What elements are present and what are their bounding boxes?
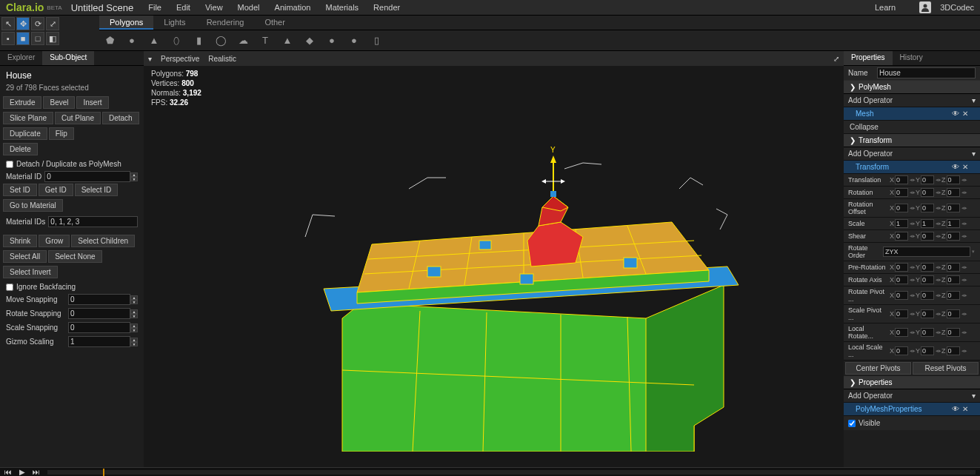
- extrude-button[interactable]: Extrude: [3, 96, 41, 109]
- x-input[interactable]: [895, 328, 908, 337]
- setid-button[interactable]: Set ID: [3, 184, 37, 196]
- timeline-next-icon[interactable]: ⏭: [33, 468, 40, 476]
- z-input[interactable]: [947, 204, 960, 212]
- bevel-button[interactable]: Bevel: [43, 96, 75, 109]
- tool-select-icon[interactable]: ↖: [1, 17, 15, 30]
- duplicate-button[interactable]: Duplicate: [3, 127, 47, 140]
- shape-sphere-icon[interactable]: ●: [126, 35, 138, 47]
- eye-icon[interactable]: 👁: [952, 405, 959, 413]
- tab-subobject[interactable]: Sub-Object: [42, 51, 94, 65]
- y-input[interactable]: [921, 291, 934, 300]
- z-input[interactable]: [947, 232, 960, 241]
- z-input[interactable]: [947, 346, 960, 355]
- tab-other[interactable]: Other: [254, 16, 296, 30]
- material-ids-input[interactable]: [48, 216, 138, 227]
- x-input[interactable]: [895, 175, 908, 184]
- getid-button[interactable]: Get ID: [39, 184, 73, 196]
- timeline-play-icon[interactable]: ▶: [19, 468, 25, 476]
- visible-checkbox[interactable]: [848, 420, 856, 427]
- viewport-mode1[interactable]: Perspective: [161, 55, 199, 63]
- menu-view[interactable]: View: [205, 3, 223, 12]
- y-input[interactable]: [921, 346, 934, 355]
- x-input[interactable]: [895, 204, 908, 212]
- x-input[interactable]: [895, 263, 908, 272]
- polymesh-section[interactable]: ❯ PolyMesh: [844, 81, 980, 94]
- shrink-button[interactable]: Shrink: [3, 235, 37, 247]
- menu-materials[interactable]: Materials: [325, 3, 359, 12]
- flip-button[interactable]: Flip: [49, 127, 74, 140]
- rotate-snap-input[interactable]: [68, 308, 130, 319]
- grow-button[interactable]: Grow: [39, 235, 70, 247]
- goto-material-button[interactable]: Go to Material: [3, 199, 63, 212]
- gizmo-scale-input[interactable]: [68, 336, 130, 347]
- tab-history[interactable]: History: [893, 51, 930, 65]
- tool-face-icon[interactable]: ■: [16, 32, 30, 45]
- user-avatar-icon[interactable]: [919, 1, 931, 13]
- z-input[interactable]: [947, 309, 960, 318]
- y-input[interactable]: [921, 232, 934, 241]
- viewport-mode2[interactable]: Realistic: [208, 55, 236, 63]
- selectall-button[interactable]: Select All: [3, 250, 47, 263]
- menu-edit[interactable]: Edit: [176, 3, 190, 12]
- menu-file[interactable]: File: [148, 3, 161, 12]
- shape-torus-icon[interactable]: ◯: [215, 35, 227, 47]
- x-input[interactable]: [895, 309, 908, 318]
- x-input[interactable]: [895, 346, 908, 355]
- z-input[interactable]: [947, 219, 960, 228]
- tab-explorer[interactable]: Explorer: [0, 51, 42, 65]
- cutplane-button[interactable]: Cut Plane: [55, 112, 101, 124]
- eye-icon[interactable]: 👁: [952, 110, 959, 118]
- shape-ball-icon[interactable]: ●: [348, 35, 360, 47]
- shape-pyramid-icon[interactable]: ▲: [281, 35, 293, 47]
- y-input[interactable]: [921, 204, 934, 212]
- tab-polygons[interactable]: Polygons: [99, 16, 153, 30]
- tool-vertex-icon[interactable]: ▪: [1, 32, 15, 45]
- selectchildren-button[interactable]: Select Children: [71, 235, 135, 247]
- shape-shield-icon[interactable]: ⬟: [104, 35, 116, 47]
- timeline-prev-icon[interactable]: ⏮: [4, 468, 12, 476]
- material-id-input[interactable]: [44, 171, 130, 182]
- z-input[interactable]: [947, 328, 960, 337]
- name-input[interactable]: [877, 67, 976, 78]
- shape-geosphere-icon[interactable]: ●: [326, 35, 338, 47]
- transform-item[interactable]: Transform: [856, 163, 889, 171]
- dropdown-icon[interactable]: ▾: [972, 96, 976, 104]
- tool-scale-icon[interactable]: ⤢: [46, 17, 59, 30]
- y-input[interactable]: [921, 175, 934, 184]
- learn-link[interactable]: Learn: [875, 3, 896, 12]
- menu-animation[interactable]: Animation: [275, 3, 311, 12]
- close-icon[interactable]: ✕: [962, 110, 968, 118]
- shape-cone-icon[interactable]: ▲: [148, 35, 160, 47]
- x-input[interactable]: [895, 291, 908, 300]
- x-input[interactable]: [895, 188, 908, 197]
- x-input[interactable]: [895, 232, 908, 241]
- selectinvert-button[interactable]: Select Invert: [3, 266, 58, 278]
- x-input[interactable]: [895, 275, 908, 284]
- transform-section[interactable]: ❯ Transform: [844, 134, 980, 147]
- dropdown-icon[interactable]: ▾: [972, 150, 976, 158]
- tool-move-icon[interactable]: ✥: [16, 17, 30, 30]
- reset-pivots-button[interactable]: Reset Pivots: [913, 362, 979, 375]
- dropdown-icon[interactable]: ▾: [972, 249, 976, 255]
- detach-button[interactable]: Detach: [102, 112, 139, 124]
- menu-model[interactable]: Model: [238, 3, 260, 12]
- y-input[interactable]: [921, 275, 934, 284]
- spin-down-icon[interactable]: ▼: [130, 177, 138, 181]
- tool-rotate-icon[interactable]: ⟳: [31, 17, 44, 30]
- move-snap-input[interactable]: [68, 294, 130, 305]
- center-pivots-button[interactable]: Center Pivots: [845, 362, 911, 375]
- y-input[interactable]: [921, 188, 934, 197]
- rotate-order-select[interactable]: [883, 247, 970, 257]
- add-operator-2[interactable]: Add Operator: [848, 150, 893, 158]
- z-input[interactable]: [947, 263, 960, 272]
- tab-properties[interactable]: Properties: [844, 51, 893, 65]
- add-operator-1[interactable]: Add Operator: [848, 96, 893, 104]
- viewport-maximize-icon[interactable]: ⤢: [833, 55, 839, 63]
- tab-rendering[interactable]: Rendering: [196, 16, 255, 30]
- timeline[interactable]: ⏮ ▶ ⏭: [0, 467, 980, 476]
- y-input[interactable]: [921, 263, 934, 272]
- shape-cylinder-icon[interactable]: ⬯: [170, 35, 182, 47]
- shape-teapot-icon[interactable]: ☁: [237, 35, 249, 47]
- insert-button[interactable]: Insert: [76, 96, 108, 109]
- properties-section[interactable]: ❯ Properties: [844, 376, 980, 389]
